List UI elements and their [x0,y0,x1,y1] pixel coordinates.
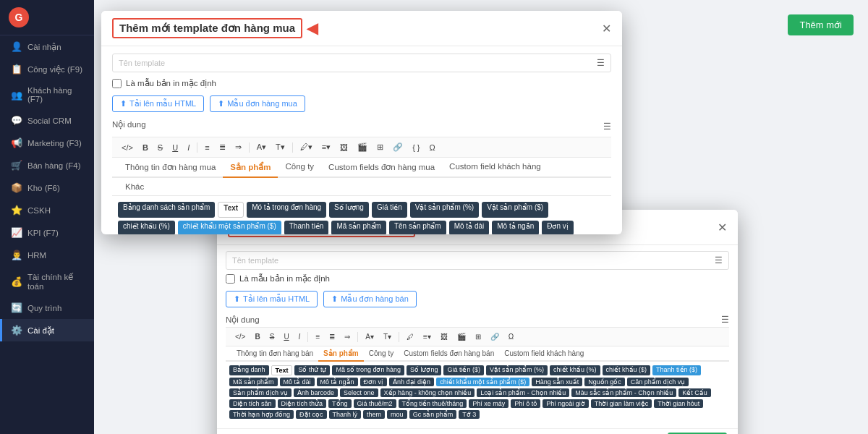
list-ol-btn[interactable]: ≣ [216,141,229,153]
list-ul-btn[interactable]: ≡ [201,142,213,153]
secondary-link-btn[interactable]: 🔗 [487,331,503,342]
modal-secondary-close[interactable]: ✕ [718,221,727,234]
font-color-btn[interactable]: A▾ [253,141,270,153]
secondary-text-size-btn[interactable]: T▾ [380,331,395,342]
sidebar-item-ban-hang[interactable]: 🛒 Bán hàng (F4) [0,154,94,176]
highlight-btn[interactable]: 🖊▾ [297,141,316,153]
table-btn[interactable]: ⊞ [373,141,387,153]
stag-thanh-ly[interactable]: Thanh lý [329,410,362,419]
stag-tong[interactable]: Tổng [328,399,352,408]
stag-phi-ngoai-gio[interactable]: Phí ngoài giờ [542,399,589,408]
stag-thoi-han[interactable]: Thời hạn hợp đồng [229,410,294,419]
stag-gia-tien[interactable]: Giá tiền ($) [443,365,484,375]
stag-so-luong[interactable]: Số lượng [407,365,442,375]
tag-ten-san-pham[interactable]: Tên sản phẩm [389,221,446,234]
stag-to3[interactable]: Tớ 3 [459,410,480,419]
stag-text[interactable]: Text [271,365,293,375]
secondary-list2-btn[interactable]: ≣ [326,331,339,342]
secondary-code-btn[interactable]: </> [231,331,249,342]
tag-chiet-khau-dollar[interactable]: chiết khẩu một sản phẩm ($) [178,221,281,234]
secondary-bold-btn[interactable]: B [251,331,263,342]
sidebar-item-kpi[interactable]: 📈 KPI (F7) [0,221,94,244]
stag-dien-tich-thua[interactable]: Diện tích thửa [278,399,327,408]
stag-phi-xe-may[interactable]: Phí xe máy [469,399,509,408]
secondary-default-checkbox[interactable] [226,274,235,284]
special-btn[interactable]: Ω [426,142,439,153]
tag-ma-san-pham[interactable]: Mã sản phẩm [331,221,386,234]
stag-loai-sp[interactable]: Loại sản phẩm - Chọn nhiều [477,388,569,397]
tag-bang-danh-sach[interactable]: Bảng danh sách sản phẩm [118,202,215,218]
sidebar-item-tai-chinh[interactable]: 💰 Tài chính kế toán [0,266,94,297]
secondary-template-input[interactable] [282,255,711,265]
tab-cong-ty[interactable]: Công ty [278,158,321,178]
stag-san-pham-dv[interactable]: Sản phẩm dịch vụ [229,388,292,397]
modal-primary-close[interactable]: ✕ [602,22,611,35]
template-name-field[interactable]: Tên template ☰ [112,54,611,72]
tag-chiet-khau-pct[interactable]: chiết khấu (%) [118,221,175,234]
secondary-font-btn[interactable]: A▾ [362,331,378,342]
secondary-table-btn[interactable]: ⊞ [472,331,485,342]
video-btn[interactable]: 🎬 [354,141,371,153]
tag-mo-ta-dai[interactable]: Mô tả dài [449,221,490,234]
stag-tong-tien[interactable]: Tổng tiền thuê/tháng [399,399,467,408]
sidebar-item-social-crm[interactable]: 💬 Social CRM [0,109,94,132]
strikethrough-btn[interactable]: S [154,142,166,153]
stag-gc[interactable]: Gc sản phẩm [409,410,457,419]
secondary-align-btn[interactable]: ≡▾ [420,331,435,342]
tag-mo-ta-trong[interactable]: Mó tả trong đơn hàng [247,202,326,218]
secondary-omega-btn[interactable]: Ω [505,331,517,342]
stag-chiet-khau-dollar[interactable]: chiết khấu ($) [603,365,651,375]
sidebar-item-cai-dat[interactable]: ⚙️ Cài đặt [0,319,94,341]
stag-anh-dd[interactable]: Ảnh đại diện [389,378,434,386]
secondary-indent-btn[interactable]: ⇒ [341,331,354,342]
stag-vat-pct[interactable]: Vật sản phẩm (%) [486,365,548,375]
secondary-image-btn[interactable]: 🖼 [437,331,451,342]
sidebar-item-marketing[interactable]: 📢 Marketing (F3) [0,132,94,154]
source-btn[interactable]: { } [409,142,423,153]
tab-khac[interactable]: Khác [118,178,151,197]
secondary-tab-san-pham[interactable]: Sản phẩm [318,346,364,362]
tab-thong-tin[interactable]: Thông tin đơn hàng mua [118,158,223,178]
tab-custom-fields[interactable]: Custom fields đơn hàng mua [321,158,442,178]
tag-thanh-tien[interactable]: Thanh tiền [284,221,329,234]
stag-dien-tich-san[interactable]: Diện tích sân [229,399,276,408]
stag-phi-o-to[interactable]: Phí ô tô [511,399,540,408]
sidebar-item-cong-viec[interactable]: 📋 Công việc (F9) [0,58,94,80]
stag-don-vi[interactable]: Đơn vị [360,378,388,386]
stag-mau-sac[interactable]: Màu sắc sản phẩm - Chọn nhiều [571,388,676,397]
secondary-tab-custom-kh[interactable]: Custom field khách hàng [499,346,589,362]
code-btn[interactable]: </> [118,142,137,153]
secondary-video-btn[interactable]: 🎬 [454,331,469,342]
stag-mo-ta-dai[interactable]: Mô tả dài [280,378,315,386]
secondary-tab-thong-tin[interactable]: Thông tin đơn hàng bán [231,346,318,362]
stag-xep-hang[interactable]: Xếp hàng - không chọn nhiều [380,388,475,397]
top-add-button[interactable]: Thêm mới [788,14,854,35]
secondary-sample-button[interactable]: ⬆ Mẫu đơn hàng bán [323,291,417,307]
stag-them[interactable]: them [363,410,385,419]
text-size-btn[interactable]: T▾ [272,141,289,153]
tag-gia-tien[interactable]: Giá tiền [372,202,407,218]
tag-so-luong[interactable]: Số lượng [329,202,369,218]
sidebar-item-kho[interactable]: 📦 Kho (F6) [0,176,94,199]
stag-mo-ta-ngan[interactable]: Mô tả ngắn [317,378,358,386]
stag-bang-danh[interactable]: Bảng danh [229,365,269,375]
stag-ma-so[interactable]: Mã số trong đơn hàng [332,365,404,375]
secondary-tab-custom-fields[interactable]: Custom fields đơn hàng bán [399,346,499,362]
template-name-input[interactable] [169,58,593,68]
stag-anh-barcode[interactable]: Ảnh barcode [294,388,338,397]
stag-tgian-lv[interactable]: Thời gian làm việc [591,399,652,408]
secondary-highlight-btn[interactable]: 🖊 [403,331,417,342]
italic-btn[interactable]: I [184,142,193,153]
sample-order-button[interactable]: ⬆ Mẫu đơn hàng mua [210,95,305,112]
secondary-italic-btn[interactable]: I [295,331,305,342]
stag-tgian-hout[interactable]: Thời gian hòut [654,399,703,408]
underline-btn[interactable]: U [169,142,182,153]
stag-ma-san-pham[interactable]: Mã sản phẩm [229,378,278,386]
tab-custom-kh[interactable]: Custom field khách hàng [442,158,548,178]
sidebar-item-cskh[interactable]: ⭐ CSKH [0,199,94,221]
secondary-strike-btn[interactable]: S [266,331,278,342]
tag-vat-pct[interactable]: Vật sản phẩm (%) [410,202,479,218]
secondary-underline-btn[interactable]: U [280,331,292,342]
tag-mo-ta-ngan[interactable]: Mô tả ngắn [492,221,539,234]
stag-so-thu-tu[interactable]: Số thứ tự [294,365,330,375]
